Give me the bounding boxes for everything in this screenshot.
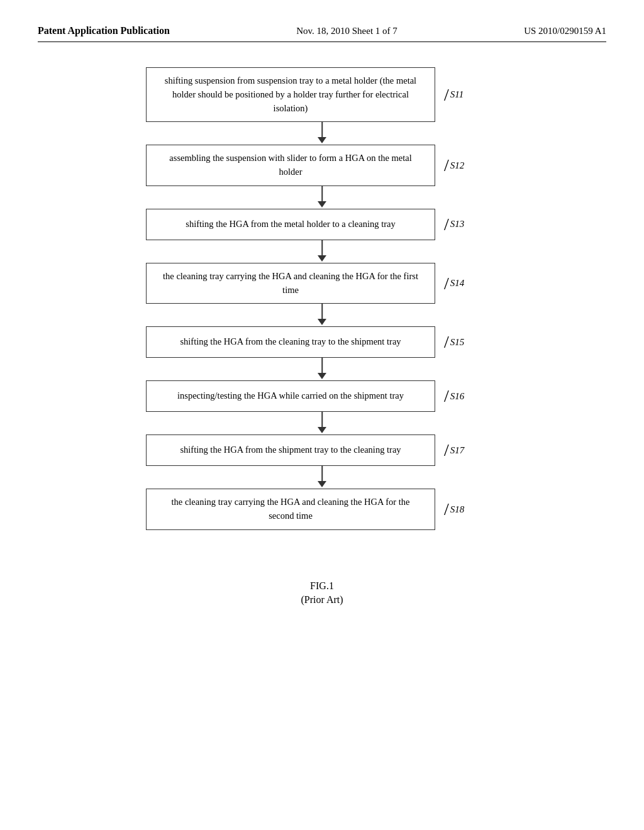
arrow-down <box>177 186 467 209</box>
arrow-down <box>177 304 467 326</box>
flowchart: shifting suspension from suspension tray… <box>38 67 606 530</box>
step-box-S16: inspecting/testing the HGA while carried… <box>146 380 435 412</box>
step-row: shifting the HGA from the shipment tray … <box>146 434 498 466</box>
figure-caption: FIG.1 (Prior Art) <box>38 580 606 606</box>
step-label-S15: /S15 <box>444 333 464 351</box>
arrow-down <box>177 358 467 380</box>
step-box-S13: shifting the HGA from the metal holder t… <box>146 209 435 240</box>
step-label-S13: /S13 <box>444 216 464 233</box>
step-label-S17: /S17 <box>444 441 464 459</box>
date-sheet-label: Nov. 18, 2010 Sheet 1 of 7 <box>296 26 397 36</box>
step-box-S12: assembling the suspension with slider to… <box>146 145 435 186</box>
arrow-down <box>177 412 467 434</box>
arrow-down <box>177 466 467 489</box>
step-row: shifting the HGA from the cleaning tray … <box>146 326 498 358</box>
figure-title: FIG.1 <box>38 580 606 592</box>
step-label-S11: /S11 <box>444 86 464 104</box>
arrow-down <box>177 240 467 263</box>
step-row: the cleaning tray carrying the HGA and c… <box>146 489 498 530</box>
step-label-S12: /S12 <box>444 157 464 174</box>
step-label-S18: /S18 <box>444 501 464 518</box>
step-box-S14: the cleaning tray carrying the HGA and c… <box>146 263 435 304</box>
step-row: the cleaning tray carrying the HGA and c… <box>146 263 498 304</box>
step-box-S11: shifting suspension from suspension tray… <box>146 67 435 122</box>
step-box-S18: the cleaning tray carrying the HGA and c… <box>146 489 435 530</box>
step-box-S17: shifting the HGA from the shipment tray … <box>146 434 435 466</box>
patent-number-label: US 2010/0290159 A1 <box>524 26 606 36</box>
step-row: inspecting/testing the HGA while carried… <box>146 380 498 412</box>
step-row: shifting the HGA from the metal holder t… <box>146 209 498 240</box>
step-box-S15: shifting the HGA from the cleaning tray … <box>146 326 435 358</box>
step-label-S14: /S14 <box>444 275 464 292</box>
publication-label: Patent Application Publication <box>38 25 170 36</box>
step-row: shifting suspension from suspension tray… <box>146 67 498 122</box>
page: Patent Application Publication Nov. 18, … <box>0 0 644 830</box>
step-label-S16: /S16 <box>444 387 464 405</box>
figure-subtitle: (Prior Art) <box>38 594 606 606</box>
arrow-down <box>177 122 467 145</box>
step-row: assembling the suspension with slider to… <box>146 145 498 186</box>
page-header: Patent Application Publication Nov. 18, … <box>38 25 606 42</box>
